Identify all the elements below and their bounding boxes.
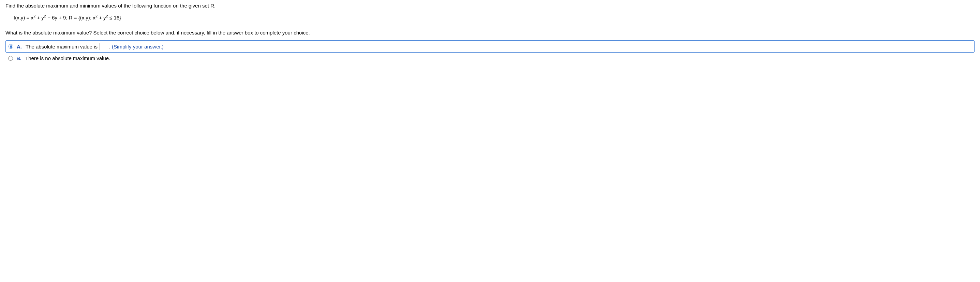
- choice-b-body: There is no absolute maximum value.: [25, 55, 110, 61]
- choice-a-body: The absolute maximum value is . (Simplif…: [25, 43, 164, 50]
- formula-seg: + y: [97, 15, 106, 21]
- formula-seg: ≤ 16}: [108, 15, 121, 21]
- choice-a-text-after: .: [109, 44, 110, 50]
- choice-a-text-before: The absolute maximum value is: [25, 44, 97, 50]
- choice-a-letter: A.: [17, 44, 22, 50]
- question-prompt: What is the absolute maximum value? Sele…: [0, 30, 980, 40]
- choice-a[interactable]: A. The absolute maximum value is . (Simp…: [5, 40, 975, 53]
- formula-seg: + y: [35, 15, 44, 21]
- section-divider: [0, 26, 980, 26]
- choice-b[interactable]: B. There is no absolute maximum value.: [5, 53, 975, 63]
- problem-formula: f(x,y) = x2 + y2 − 6y + 9; R = {(x,y): x…: [5, 15, 975, 21]
- radio-b[interactable]: [8, 56, 13, 61]
- problem-intro: Find the absolute maximum and minimum va…: [5, 3, 975, 8]
- choice-b-text: There is no absolute maximum value.: [25, 55, 110, 61]
- choice-b-letter: B.: [16, 55, 22, 61]
- answer-input-a[interactable]: [100, 43, 107, 50]
- radio-a[interactable]: [8, 44, 13, 49]
- choice-a-hint: (Simplify your answer.): [112, 44, 164, 50]
- formula-seg: − 6y + 9; R = {(x,y): x: [46, 15, 95, 21]
- choices-group: A. The absolute maximum value is . (Simp…: [0, 40, 980, 63]
- formula-seg: f(x,y) = x: [14, 15, 33, 21]
